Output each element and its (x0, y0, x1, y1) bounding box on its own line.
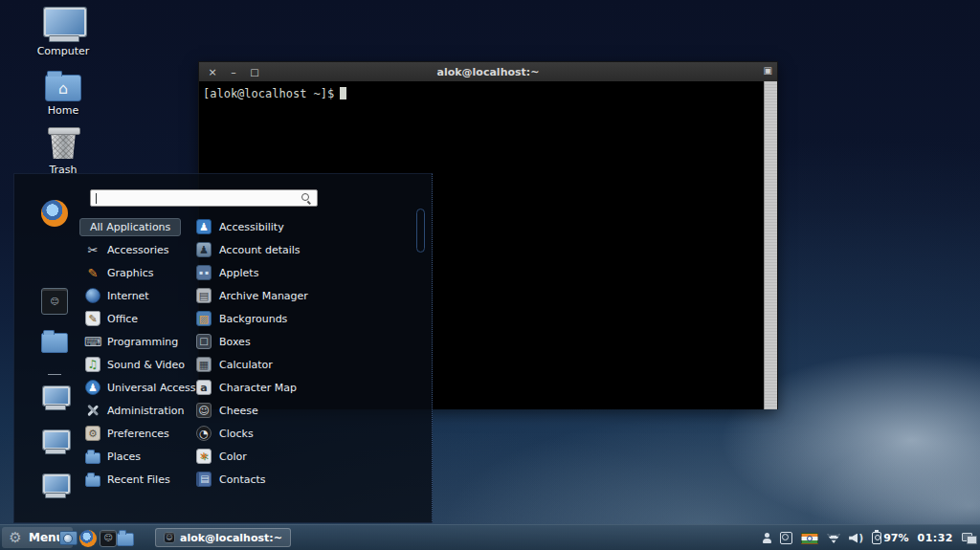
bottom-panel: Menu alok@localhost:~ (0, 524, 980, 550)
category-item[interactable]: Universal Access (79, 376, 196, 399)
programming-icon (85, 334, 100, 349)
home-folder-icon (45, 75, 81, 101)
category-item[interactable]: Accessories (79, 238, 168, 261)
category-item[interactable]: Programming (79, 330, 178, 353)
application-label: Account details (219, 244, 301, 256)
favorite-launcher[interactable] (41, 200, 68, 231)
desktop-icon-label: Computer (37, 45, 90, 57)
terminal-icon (164, 532, 175, 543)
terminal-icon (100, 530, 117, 547)
favorite-launcher[interactable] (41, 429, 68, 459)
workspace-switcher[interactable] (962, 533, 977, 544)
tray-item[interactable] (762, 532, 771, 544)
favorite-launcher[interactable] (41, 288, 68, 315)
category-label: Administration (107, 405, 185, 417)
computer-icon (41, 385, 68, 411)
applications-menu: All Applications Accessories Graphics In… (13, 173, 433, 523)
favorite-launcher[interactable] (41, 244, 68, 275)
tray-icons (762, 532, 863, 544)
panel-launcher[interactable] (59, 530, 77, 547)
category-item[interactable]: Administration (79, 399, 185, 422)
character-map-icon (196, 380, 212, 395)
system-status-icon (780, 532, 792, 544)
places-folder-icon (85, 452, 100, 464)
application-item[interactable]: Cheese (196, 399, 308, 422)
window-menu-icon[interactable]: ▣ (764, 65, 772, 76)
computer-icon (41, 473, 68, 499)
application-item[interactable]: Character Map (196, 376, 308, 399)
contacts-icon (196, 472, 212, 487)
panel-launcher[interactable] (100, 530, 117, 547)
terminal-titlebar[interactable]: × – □ alok@localhost:~ ▣ (199, 62, 777, 81)
application-item[interactable]: Contacts (196, 468, 308, 491)
desktop-icon[interactable]: Computer (29, 10, 98, 57)
terminal-icon (41, 288, 68, 315)
panel-launchers (59, 525, 134, 550)
application-item[interactable]: Clocks (196, 422, 308, 445)
panel-launcher[interactable] (79, 530, 97, 547)
office-icon (85, 311, 100, 326)
keyboard-layout-india-icon (801, 533, 818, 544)
applets-icon (196, 265, 212, 280)
application-item[interactable]: Color (196, 445, 308, 468)
category-label: Programming (107, 336, 178, 348)
favorites-divider (48, 374, 61, 375)
category-item[interactable]: Places (79, 445, 141, 468)
category-label: Accessories (107, 244, 168, 256)
desktop-icon[interactable]: Home (29, 69, 98, 117)
application-label: Clocks (219, 428, 254, 440)
category-item[interactable]: Graphics (79, 261, 154, 284)
text-caret (96, 193, 97, 204)
application-label: Character Map (219, 382, 297, 394)
firefox-icon (79, 530, 97, 547)
favorite-launcher[interactable] (41, 385, 68, 415)
application-item[interactable]: Archive Manager (196, 284, 308, 307)
app-list-scrollbar-thumb[interactable] (416, 209, 425, 253)
terminal-scrollbar[interactable] (764, 81, 777, 409)
favorite-launcher[interactable] (41, 473, 68, 503)
tray-item[interactable] (801, 533, 818, 544)
clock[interactable]: 01:32 (917, 532, 953, 544)
minimize-icon[interactable]: – (226, 62, 241, 81)
screenshot-icon (59, 531, 78, 545)
category-item[interactable]: Office (79, 307, 138, 330)
tray-item[interactable] (780, 532, 792, 544)
application-item[interactable]: Account details (196, 238, 308, 261)
desktop-icon-area: Computer Home Trash (29, 10, 98, 176)
battery-indicator[interactable]: 97% (872, 532, 908, 544)
application-item[interactable]: Calculator (196, 353, 308, 376)
calculator-icon (196, 357, 212, 372)
taskbar-window-button[interactable]: alok@localhost:~ (155, 528, 291, 547)
application-item[interactable]: Backgrounds (196, 307, 308, 330)
application-item[interactable]: Accessibility (196, 215, 308, 238)
firefox-icon (41, 200, 68, 227)
window-title: alok@localhost:~ (199, 66, 777, 78)
tray-item[interactable] (849, 533, 863, 544)
close-icon[interactable]: × (205, 62, 220, 81)
category-item[interactable]: Sound & Video (79, 353, 185, 376)
boxes-icon (196, 334, 212, 349)
clocks-icon (196, 426, 212, 441)
search-input[interactable] (90, 189, 318, 207)
archive-manager-icon (196, 288, 212, 303)
category-label: Recent Files (107, 473, 170, 486)
terminal-prompt: [alok@localhost ~]$ (203, 87, 346, 100)
category-item[interactable]: Preferences (79, 422, 169, 445)
desktop-icon[interactable]: Trash (29, 128, 98, 176)
category-item[interactable]: Internet (79, 284, 149, 307)
application-item[interactable]: Applets (196, 261, 308, 284)
favorite-launcher[interactable] (41, 328, 68, 357)
category-item[interactable]: Recent Files (79, 468, 170, 491)
tray-item[interactable] (827, 533, 840, 543)
application-item[interactable]: Boxes (196, 330, 308, 353)
category-item[interactable]: All Applications (79, 218, 181, 236)
wifi-icon (827, 533, 840, 543)
terminal-cursor (340, 87, 346, 99)
battery-icon (872, 532, 881, 544)
tools-icon (41, 244, 68, 271)
category-label: Graphics (107, 267, 154, 279)
taskbar-window-title: alok@localhost:~ (180, 532, 282, 544)
maximize-icon[interactable]: □ (247, 62, 262, 81)
search-icon (301, 193, 312, 204)
panel-launcher[interactable] (117, 530, 134, 547)
